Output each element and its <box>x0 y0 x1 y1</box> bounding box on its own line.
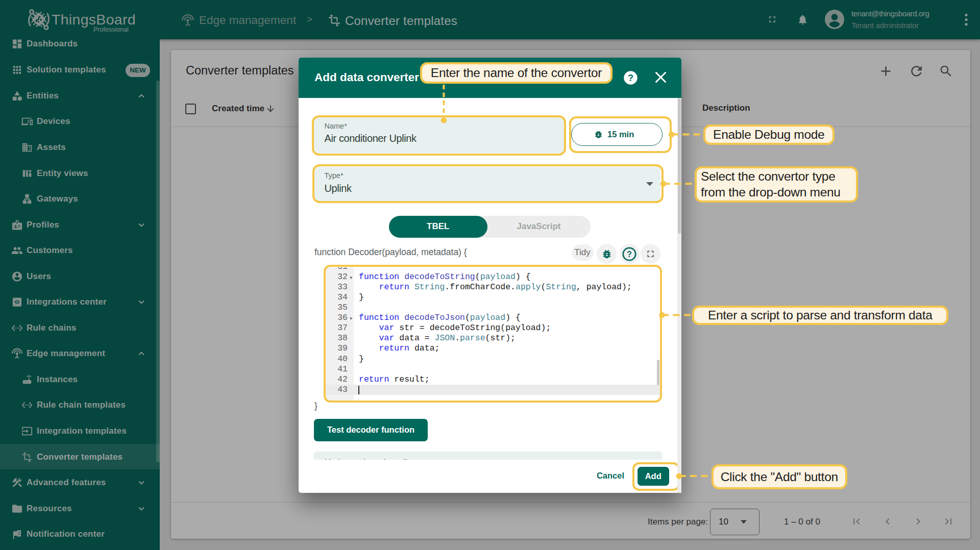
svg-text:?: ? <box>628 73 633 83</box>
svg-text:?: ? <box>627 249 632 258</box>
